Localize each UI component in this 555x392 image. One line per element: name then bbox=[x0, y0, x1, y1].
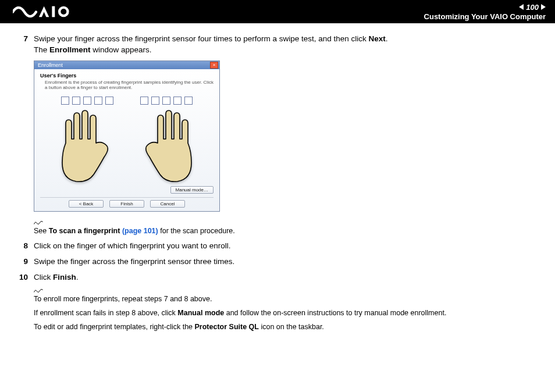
finger-button[interactable] bbox=[162, 97, 170, 105]
step-number: 10 bbox=[12, 272, 34, 283]
svg-point-2 bbox=[61, 9, 66, 15]
finish-button[interactable]: Finish bbox=[109, 200, 144, 208]
svg-rect-0 bbox=[52, 6, 55, 17]
step-body: Swipe your finger across the fingerprint… bbox=[34, 34, 543, 56]
finger-button[interactable] bbox=[72, 97, 80, 105]
page-link-101[interactable]: (page 101) bbox=[122, 227, 158, 235]
page-number: 100 bbox=[526, 3, 539, 12]
step-8: 8 Click on the finger of which fingerpri… bbox=[12, 241, 543, 252]
users-fingers-desc: Enrollment is the process of creating fi… bbox=[40, 80, 214, 91]
finger-button[interactable] bbox=[83, 97, 91, 105]
step-7: 7 Swipe your finger across the fingerpri… bbox=[12, 34, 543, 56]
document-header: 100 Customizing Your VAIO Computer bbox=[0, 0, 555, 23]
next-page-icon[interactable] bbox=[541, 4, 546, 10]
enrollment-titlebar: Enrollment × bbox=[34, 61, 219, 69]
note-icon bbox=[34, 288, 43, 294]
step-9: 9 Swipe the finger across the fingerprin… bbox=[12, 256, 543, 268]
vaio-logo bbox=[13, 0, 74, 23]
step-10: 10 Click Finish. bbox=[12, 272, 543, 283]
hands-row bbox=[40, 97, 214, 183]
finger-button[interactable] bbox=[140, 97, 148, 105]
close-icon[interactable]: × bbox=[210, 62, 218, 69]
finger-button[interactable] bbox=[61, 97, 69, 105]
divider bbox=[40, 197, 214, 198]
users-fingers-heading: User's Fingers bbox=[40, 73, 214, 79]
finger-button[interactable] bbox=[94, 97, 102, 105]
finger-button[interactable] bbox=[184, 97, 193, 105]
right-hand-icon bbox=[134, 107, 198, 183]
left-finger-buttons bbox=[61, 97, 113, 105]
note-enroll-more: To enroll more fingerprints, repeat step… bbox=[34, 288, 543, 303]
manual-mode-button[interactable]: Manual mode… bbox=[170, 186, 214, 194]
manual-mode-row: Manual mode… bbox=[40, 186, 214, 194]
enrollment-window: Enrollment × User's Fingers Enrollment i… bbox=[34, 60, 220, 212]
left-hand-column bbox=[55, 97, 119, 183]
enrollment-title: Enrollment bbox=[38, 62, 63, 68]
note-icon bbox=[34, 220, 43, 226]
right-hand-column bbox=[134, 97, 198, 183]
wizard-buttons: < Back Finish Cancel bbox=[40, 200, 214, 208]
step-body: Swipe the finger across the fingerprint … bbox=[34, 256, 543, 268]
left-hand-icon bbox=[55, 107, 119, 183]
step-body: Click Finish. bbox=[34, 272, 543, 283]
note-edit-templates: To edit or add fingerprint templates, ri… bbox=[34, 323, 543, 331]
back-button[interactable]: < Back bbox=[69, 200, 104, 208]
step-body: Click on the finger of which fingerprint… bbox=[34, 241, 543, 252]
prev-page-icon[interactable] bbox=[519, 4, 524, 10]
page-content: 7 Swipe your finger across the fingerpri… bbox=[0, 23, 555, 331]
page-nav: 100 bbox=[519, 3, 546, 12]
note-scan-fingerprint: See To scan a fingerprint (page 101) for… bbox=[34, 220, 543, 235]
note-manual-mode: If enrollment scan fails in step 8 above… bbox=[34, 309, 543, 317]
cancel-button[interactable]: Cancel bbox=[150, 200, 185, 208]
header-right: 100 Customizing Your VAIO Computer bbox=[424, 3, 546, 21]
finger-button[interactable] bbox=[151, 97, 159, 105]
step-number: 8 bbox=[12, 241, 34, 252]
right-finger-buttons bbox=[140, 97, 193, 105]
step-number: 9 bbox=[12, 256, 34, 268]
section-title: Customizing Your VAIO Computer bbox=[424, 12, 546, 21]
finger-button[interactable] bbox=[105, 97, 113, 105]
finger-button[interactable] bbox=[173, 97, 182, 105]
step-number: 7 bbox=[12, 34, 34, 45]
